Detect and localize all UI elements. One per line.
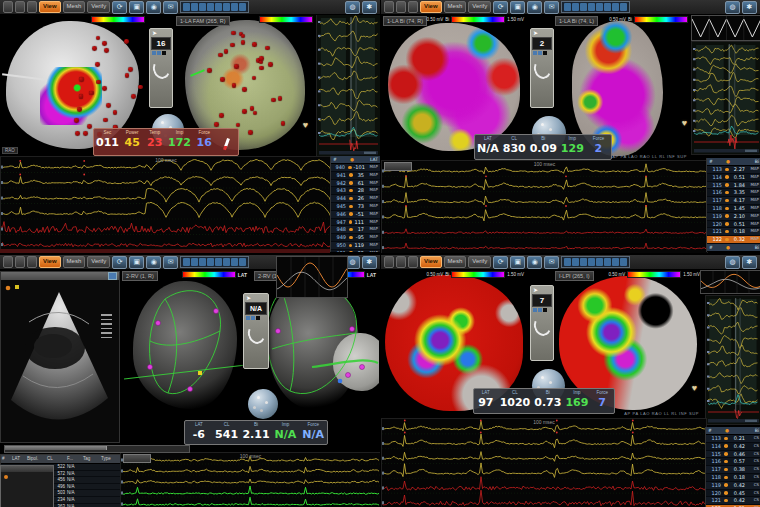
toolbar-mini-button[interactable] bbox=[15, 1, 25, 13]
point-row[interactable]: 950119MAP bbox=[331, 242, 380, 250]
egm-review-panel[interactable] bbox=[316, 14, 380, 157]
verify-button[interactable]: Verify bbox=[468, 256, 491, 268]
verify-button[interactable]: Verify bbox=[87, 1, 110, 13]
point-row[interactable]: 947111MAP bbox=[331, 219, 380, 227]
mesh-button[interactable]: Mesh bbox=[63, 1, 86, 13]
point-row[interactable]: 1181.45MAP bbox=[707, 205, 760, 213]
egm-review-panel[interactable] bbox=[691, 41, 760, 155]
layout-icon[interactable]: ▣ bbox=[129, 1, 144, 14]
toolbar-mini-button[interactable] bbox=[3, 256, 13, 268]
message-icon[interactable]: ✉ bbox=[544, 1, 559, 14]
mesh-button[interactable]: Mesh bbox=[63, 256, 86, 268]
realtime-signals-panel[interactable]: 100 msec bbox=[381, 418, 707, 507]
orientation-buttons[interactable]: AP PA LAO RAO LL RL INF SUP bbox=[612, 154, 687, 159]
point-row[interactable]: 1192.10MAP bbox=[707, 213, 760, 221]
realtime-signals-panel[interactable]: 100 msec bbox=[0, 156, 332, 251]
point-row[interactable]: 1151.84MAP bbox=[707, 182, 760, 190]
refresh-icon[interactable]: ⟳ bbox=[493, 256, 508, 269]
point-row[interactable]: 1190.42CS bbox=[706, 482, 760, 490]
annotation-segment-control[interactable] bbox=[180, 256, 249, 268]
point-row[interactable]: 1140.42CS bbox=[706, 443, 760, 451]
toolbar-mini-button[interactable] bbox=[27, 1, 37, 13]
point-row[interactable]: 1130.21CS bbox=[706, 435, 760, 443]
realtime-signals-panel[interactable]: 100 msec bbox=[120, 452, 380, 507]
view-mode-button[interactable]: View bbox=[39, 256, 61, 268]
view-mode-button[interactable]: View bbox=[420, 256, 442, 268]
point-row[interactable]: 946-51MAP bbox=[331, 211, 380, 219]
orientation-buttons[interactable]: AP PA LAO RAO LL RL INF SUP bbox=[624, 411, 699, 416]
layout-icon[interactable]: ▣ bbox=[510, 256, 525, 269]
verify-button[interactable]: Verify bbox=[87, 256, 110, 268]
egm-review-panel[interactable] bbox=[705, 295, 760, 425]
point-row[interactable]: 1180.18CS bbox=[706, 474, 760, 482]
point-row[interactable]: 94573MAP bbox=[331, 203, 380, 211]
bipolar-colorbar[interactable]: 0.50 mV 1.50 mV bbox=[608, 271, 700, 278]
signal-preset-dropdown[interactable] bbox=[384, 162, 412, 171]
layout-icon[interactable]: ▣ bbox=[510, 1, 525, 14]
map-selector[interactable]: 1-LA FAM (265, R) bbox=[176, 16, 230, 26]
toolbar-mini-button[interactable] bbox=[396, 1, 406, 13]
connect-icon[interactable]: ◍ bbox=[725, 1, 740, 14]
realtime-signals-panel[interactable]: 100 msec bbox=[381, 160, 708, 253]
mesh-button[interactable]: Mesh bbox=[444, 256, 467, 268]
point-row[interactable]: 951-55MAP bbox=[331, 250, 380, 252]
map-selector[interactable]: 2-RV (1, R) bbox=[122, 271, 158, 281]
point-row[interactable]: 94817MAP bbox=[331, 226, 380, 234]
refresh-icon[interactable]: ⟳ bbox=[112, 256, 127, 269]
annotation-segment-control[interactable] bbox=[561, 1, 630, 13]
connect-icon[interactable]: ◍ bbox=[725, 256, 740, 269]
lat-colorbar[interactable] bbox=[259, 16, 313, 23]
toolbar-mini-button[interactable] bbox=[3, 1, 13, 13]
map-selector[interactable]: 1-LA Bi (74, R) bbox=[383, 16, 427, 26]
verify-button[interactable]: Verify bbox=[468, 1, 491, 13]
toolbar-mini-button[interactable] bbox=[15, 256, 25, 268]
lat-colorbar[interactable]: LAT bbox=[182, 271, 247, 278]
toolbar-mini-button[interactable] bbox=[384, 256, 394, 268]
point-row[interactable]: 940-101MAP bbox=[331, 164, 380, 172]
settings-icon[interactable]: ✱ bbox=[742, 1, 757, 14]
message-icon[interactable]: ✉ bbox=[163, 256, 178, 269]
annotation-segment-control[interactable] bbox=[180, 1, 249, 13]
message-icon[interactable]: ✉ bbox=[163, 1, 178, 14]
bipolar-colorbar[interactable]: 0.50 mV Bi bbox=[609, 16, 688, 23]
map-view-fam-left[interactable]: 2-RV (1, R) LAT bbox=[120, 269, 250, 421]
point-row[interactable]: 1200.51MAP bbox=[707, 221, 760, 229]
point-row[interactable]: 1132.27MAP bbox=[707, 166, 760, 174]
toolbar-mini-button[interactable] bbox=[408, 1, 418, 13]
point-row[interactable]: 1160.57CS bbox=[706, 458, 760, 466]
scrollbar-thumb[interactable] bbox=[5, 446, 107, 450]
point-row[interactable]: 1170.38CS bbox=[706, 466, 760, 474]
map-selector[interactable]: I-LPI (265, I) bbox=[555, 271, 594, 281]
snapshot-icon[interactable]: ◉ bbox=[527, 256, 542, 269]
lat-colorbar[interactable] bbox=[91, 16, 145, 23]
tool-window-titlebar[interactable] bbox=[1, 466, 53, 472]
point-row[interactable]: 1210.18MAP bbox=[707, 228, 760, 236]
annotation-segment-control[interactable] bbox=[561, 256, 630, 268]
point-row[interactable]: 94261MAP bbox=[331, 180, 380, 188]
message-icon[interactable]: ✉ bbox=[544, 256, 559, 269]
point-row[interactable]: 1140.51MAP bbox=[707, 174, 760, 182]
point-row[interactable]: 1163.35MAP bbox=[707, 189, 760, 197]
mesh-button[interactable]: Mesh bbox=[444, 1, 467, 13]
floating-tool-window[interactable] bbox=[0, 465, 54, 507]
connect-icon[interactable]: ◍ bbox=[345, 1, 360, 14]
view-mode-button[interactable]: View bbox=[420, 1, 442, 13]
toolbar-mini-button[interactable] bbox=[396, 256, 406, 268]
signal-preset-dropdown[interactable] bbox=[123, 454, 151, 463]
point-row[interactable]: 94328MAP bbox=[331, 187, 380, 195]
horizontal-scrollbar[interactable] bbox=[4, 445, 190, 453]
toolbar-mini-button[interactable] bbox=[27, 256, 37, 268]
layout-icon[interactable]: ▣ bbox=[129, 256, 144, 269]
refresh-icon[interactable]: ⟳ bbox=[493, 1, 508, 14]
settings-icon[interactable]: ✱ bbox=[362, 1, 377, 14]
snapshot-icon[interactable]: ◉ bbox=[146, 256, 161, 269]
point-row[interactable]: 1174.17MAP bbox=[707, 197, 760, 205]
point-row[interactable]: 94135MAP bbox=[331, 172, 380, 180]
point-row[interactable]: 1200.45CS bbox=[706, 490, 760, 498]
bipolar-colorbar[interactable]: 0.50 mV Bi 1.50 mV bbox=[426, 16, 524, 23]
snapshot-icon[interactable]: ◉ bbox=[527, 1, 542, 14]
point-row[interactable]: 1210.42CS bbox=[706, 497, 760, 505]
point-row[interactable]: 1150.46CS bbox=[706, 451, 760, 459]
point-row[interactable]: 94426MAP bbox=[331, 195, 380, 203]
toolbar-mini-button[interactable] bbox=[408, 256, 418, 268]
